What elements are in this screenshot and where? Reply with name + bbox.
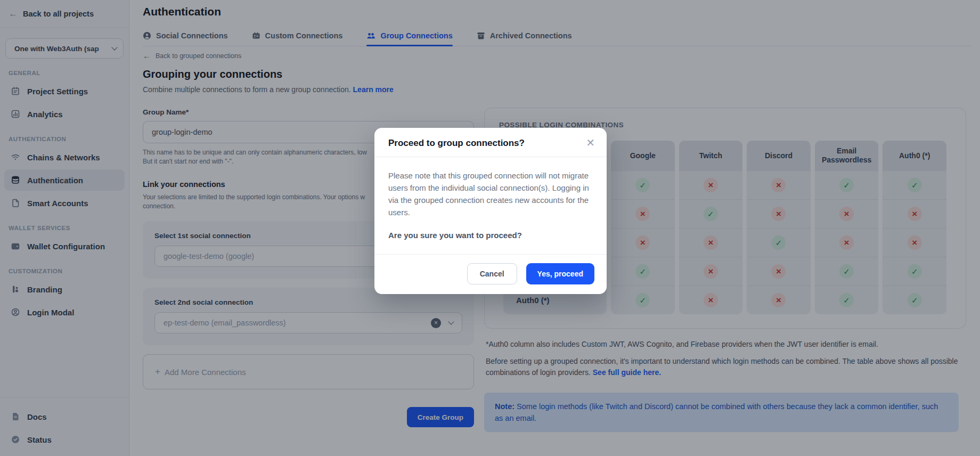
proceed-confirmation-modal: Proceed to group connections? ✕ Please n… [374,128,607,294]
modal-footer: Cancel Yes, proceed [374,254,607,294]
cancel-button[interactable]: Cancel [467,263,517,284]
modal-body-text: Please note that this grouped connection… [388,169,593,218]
modal-title: Proceed to group connections? [388,138,525,149]
close-icon[interactable]: ✕ [586,138,595,148]
modal-body: Please note that this grouped connection… [374,157,607,254]
yes-proceed-button[interactable]: Yes, proceed [526,263,594,284]
modal-question: Are you sure you want to proceed? [388,229,593,241]
modal-header: Proceed to group connections? ✕ [374,128,607,157]
